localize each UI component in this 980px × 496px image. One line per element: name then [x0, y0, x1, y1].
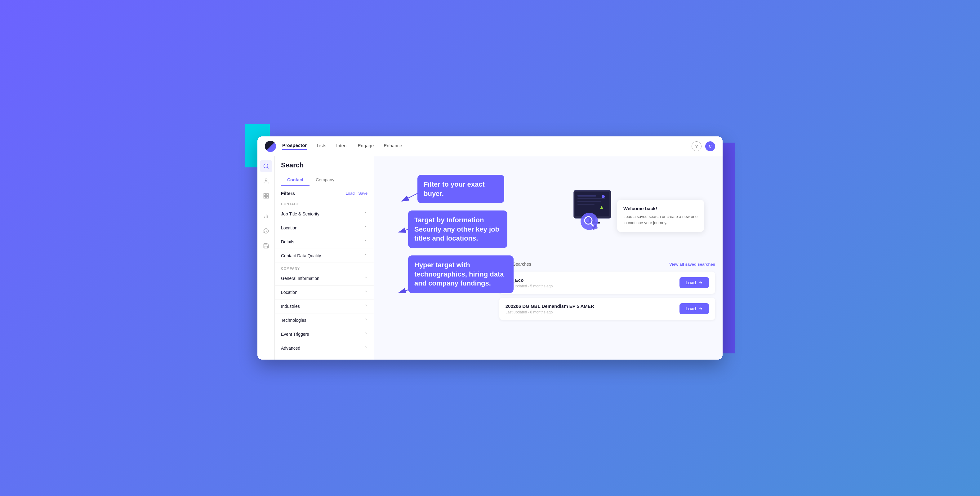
filter-technologies[interactable]: Technologies ⌃	[275, 313, 374, 327]
panel-header: Search Contact Company	[275, 156, 374, 186]
topbar: Prospector Lists Intent Engage Enhance ?…	[258, 137, 722, 156]
tooltip-bubble-2: Target by Information Security any other…	[408, 210, 508, 248]
sidebar-icon-list[interactable]	[260, 190, 272, 202]
welcome-text: Load a saved search or create a new one …	[624, 214, 698, 226]
nav-item-intent[interactable]: Intent	[336, 143, 348, 149]
welcome-title: Welcome back!	[624, 206, 698, 211]
sidebar-icon-contact[interactable]	[260, 175, 272, 187]
sidebar-icon-saved[interactable]	[260, 240, 272, 252]
chevron-icon-details: ⌃	[364, 239, 368, 244]
filter-contact-data-quality[interactable]: Contact Data Quality ⌃	[275, 249, 374, 263]
filter-industries[interactable]: Industries ⌃	[275, 299, 374, 313]
filter-details[interactable]: Details ⌃	[275, 235, 374, 249]
topbar-right: ? C	[692, 141, 715, 151]
main-nav: Prospector Lists Intent Engage Enhance	[282, 143, 402, 150]
contact-group-label: Contact	[275, 199, 374, 207]
chevron-icon-general: ⌃	[364, 276, 368, 281]
tooltip-bubble-1: Filter to your exact buyer.	[417, 175, 504, 203]
logo[interactable]	[265, 141, 276, 152]
filters-header: Filters Load Save	[275, 186, 374, 199]
welcome-card: Welcome back! Load a saved search or cre…	[617, 200, 704, 232]
filter-job-title[interactable]: Job Title & Seniority ⌃	[275, 207, 374, 221]
saved-searches-panel: Saved Searches View all saved searches n…	[492, 256, 722, 359]
nav-item-prospector[interactable]: Prospector	[282, 143, 307, 150]
svg-rect-3	[266, 194, 268, 196]
load-search-btn-0[interactable]: Load	[679, 277, 709, 288]
svg-rect-14	[578, 195, 596, 197]
sidebar-icon-history[interactable]	[260, 225, 272, 237]
tab-row: Contact Company	[281, 174, 368, 186]
nav-item-lists[interactable]: Lists	[317, 143, 326, 149]
svg-rect-4	[266, 197, 268, 199]
icon-sidebar	[258, 156, 275, 359]
search-card-0: nts_Eco Last updated · 5 months ago Load	[499, 272, 715, 294]
avatar-button[interactable]: C	[705, 141, 715, 151]
tooltip-bubble-3: Hyper target with technographics, hiring…	[408, 256, 514, 293]
tab-company[interactable]: Company	[310, 174, 340, 186]
filter-advanced[interactable]: Advanced ⌃	[275, 341, 374, 355]
chevron-icon-technologies: ⌃	[364, 318, 368, 323]
save-filter-btn[interactable]: Save	[358, 191, 368, 196]
right-content: Filter to your exact buyer. Target by In…	[374, 156, 722, 359]
sidebar-icon-search[interactable]	[260, 160, 272, 172]
nav-item-engage[interactable]: Engage	[358, 143, 374, 149]
search-card-meta-1: Last updated · 8 months ago	[506, 310, 594, 314]
svg-rect-16	[578, 201, 601, 202]
chevron-icon-events: ⌃	[364, 332, 368, 337]
svg-rect-2	[264, 194, 266, 196]
chevron-icon-data-quality: ⌃	[364, 253, 368, 258]
illustration	[555, 187, 617, 237]
panel-title: Search	[281, 161, 368, 169]
tab-contact[interactable]: Contact	[281, 174, 310, 186]
filter-location-company[interactable]: Location ⌃	[275, 286, 374, 299]
chevron-icon-advanced: ⌃	[364, 346, 368, 351]
svg-point-20	[601, 195, 605, 198]
sidebar-icon-chart[interactable]	[260, 210, 272, 222]
chevron-icon-job: ⌃	[364, 211, 368, 216]
nav-item-enhance[interactable]: Enhance	[383, 143, 402, 149]
sidebar-divider	[262, 206, 270, 206]
filters-actions: Load Save	[345, 191, 368, 196]
chevron-icon-location-company: ⌃	[364, 290, 368, 295]
main-window: Prospector Lists Intent Engage Enhance ?…	[258, 137, 722, 359]
filter-event-triggers[interactable]: Event Triggers ⌃	[275, 327, 374, 341]
svg-point-1	[265, 179, 267, 181]
filter-panel: Search Contact Company Filters Load Save…	[275, 156, 374, 359]
svg-rect-17	[578, 203, 595, 205]
filter-general-info[interactable]: General Information ⌃	[275, 272, 374, 286]
saved-searches-header: Saved Searches View all saved searches	[499, 262, 715, 267]
filter-location-contact[interactable]: Location ⌃	[275, 221, 374, 235]
search-card-name-1: 202206 DG GBL Demandism EP 5 AMER	[506, 304, 594, 309]
filters-label: Filters	[281, 191, 295, 196]
load-filter-btn[interactable]: Load	[345, 191, 355, 196]
main-area: Search Contact Company Filters Load Save…	[258, 156, 722, 359]
chevron-icon-location: ⌃	[364, 226, 368, 231]
view-all-link[interactable]: View all saved searches	[669, 262, 715, 267]
help-button[interactable]: ?	[692, 141, 702, 151]
svg-rect-5	[264, 197, 266, 199]
svg-point-0	[264, 164, 268, 168]
svg-rect-15	[578, 198, 605, 199]
chevron-icon-industries: ⌃	[364, 304, 368, 309]
search-card-1: 202206 DG GBL Demandism EP 5 AMER Last u…	[499, 297, 715, 320]
company-group-label: Company	[275, 263, 374, 272]
load-search-btn-1[interactable]: Load	[679, 303, 709, 314]
